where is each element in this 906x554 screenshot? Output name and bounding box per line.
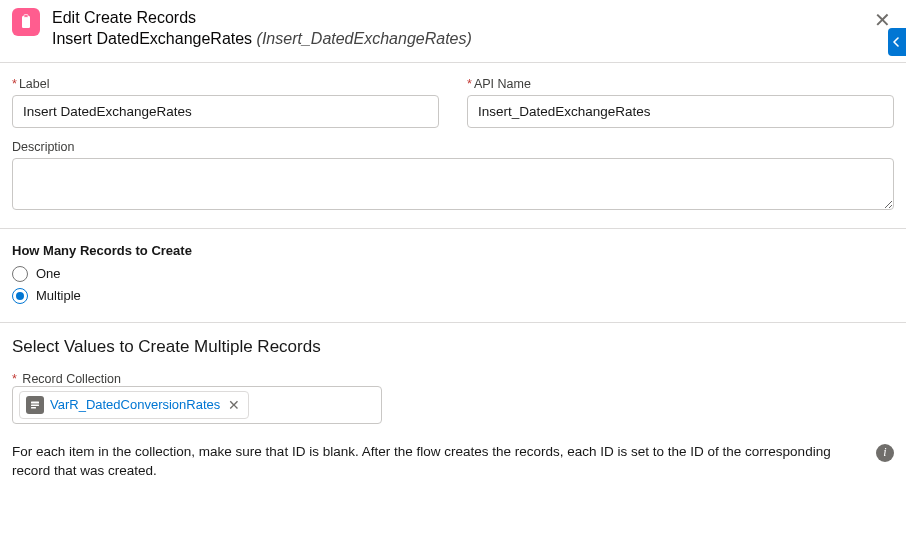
radio-multiple[interactable]: Multiple	[12, 288, 894, 304]
record-collection-label: * Record Collection	[12, 372, 121, 386]
description-field[interactable]	[12, 158, 894, 210]
svg-rect-4	[31, 407, 36, 409]
api-name-field-label: *API Name	[467, 77, 894, 91]
svg-rect-0	[22, 16, 30, 28]
svg-rect-2	[31, 401, 39, 403]
record-collection-pill-label: VarR_DatedConversionRates	[50, 397, 220, 412]
svg-rect-1	[24, 15, 28, 18]
variable-icon	[26, 396, 44, 414]
description-field-label: Description	[12, 140, 894, 154]
help-text: For each item in the collection, make su…	[12, 442, 866, 481]
subtitle-api: (Insert_DatedExchangeRates)	[257, 30, 472, 47]
radio-one[interactable]: One	[12, 266, 894, 282]
subtitle-name: Insert DatedExchangeRates	[52, 30, 252, 47]
svg-rect-3	[31, 404, 39, 406]
panel-subtitle: Insert DatedExchangeRates (Insert_DatedE…	[52, 29, 870, 50]
api-name-field[interactable]	[467, 95, 894, 128]
radio-multiple-control[interactable]	[12, 288, 28, 304]
create-records-icon	[12, 8, 40, 36]
select-values-heading: Select Values to Create Multiple Records	[12, 337, 894, 357]
how-many-question: How Many Records to Create	[12, 243, 894, 258]
pill-remove-button[interactable]: ✕	[226, 398, 242, 412]
label-field[interactable]	[12, 95, 439, 128]
record-collection-pill[interactable]: VarR_DatedConversionRates ✕	[19, 391, 249, 419]
info-icon[interactable]: i	[876, 444, 894, 462]
label-field-label: *Label	[12, 77, 439, 91]
panel-title: Edit Create Records	[52, 8, 870, 29]
radio-one-control[interactable]	[12, 266, 28, 282]
record-collection-lookup[interactable]: VarR_DatedConversionRates ✕	[12, 386, 382, 424]
side-flyout-tab[interactable]	[888, 28, 906, 56]
how-many-radio-group: One Multiple	[12, 266, 894, 304]
radio-one-label: One	[36, 266, 61, 281]
radio-multiple-label: Multiple	[36, 288, 81, 303]
